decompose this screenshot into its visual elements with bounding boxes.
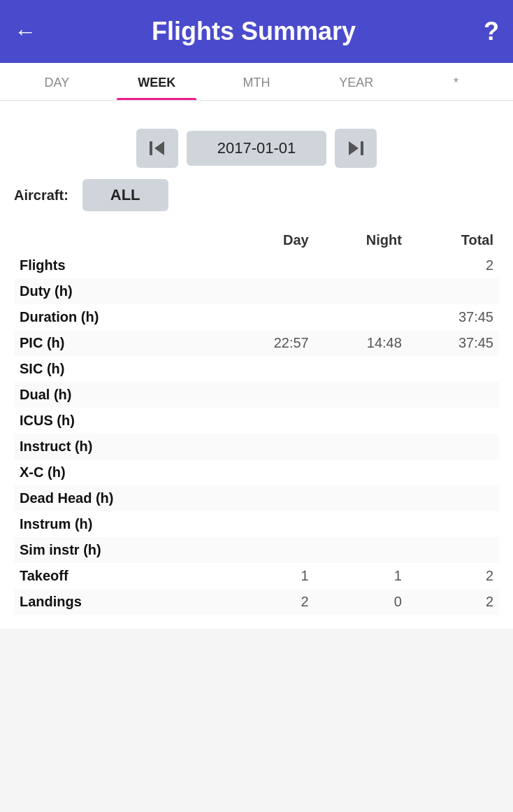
row-total [407,278,499,304]
table-row: Dead Head (h) [14,485,499,511]
back-button[interactable]: ← [14,19,36,45]
row-day [223,278,315,304]
row-night: 1 [315,563,407,589]
table-row: SIC (h) [14,356,499,382]
tab-year[interactable]: YEAR [306,63,406,100]
row-day: 2 [223,589,315,615]
row-day [223,511,315,537]
table-row: Flights2 [14,252,499,278]
row-label: Takeoff [14,563,223,589]
row-day [223,408,315,434]
table-row: Landings202 [14,589,499,615]
svg-marker-1 [154,141,164,155]
row-night [315,278,407,304]
next-date-button[interactable] [335,129,377,168]
row-label: X-C (h) [14,460,223,485]
table-row: Instrum (h) [14,511,499,537]
row-label: Instrum (h) [14,511,223,537]
table-row: Dual (h) [14,382,499,408]
table-row: Takeoff112 [14,563,499,589]
period-tabs: DAYWEEKMTHYEAR* [0,63,513,101]
row-day [223,252,315,278]
row-night [315,252,407,278]
row-total [407,434,499,460]
row-label: Dead Head (h) [14,485,223,511]
row-total: 2 [407,563,499,589]
row-night [315,434,407,460]
prev-date-button[interactable] [136,129,178,168]
col-header-day: Day [223,228,315,252]
row-day: 22:57 [223,330,315,356]
row-day [223,460,315,485]
row-day [223,537,315,563]
row-day [223,356,315,382]
row-label: Duration (h) [14,304,223,330]
row-night [315,485,407,511]
row-day: 1 [223,563,315,589]
row-label: SIC (h) [14,356,223,382]
row-total: 37:45 [407,330,499,356]
app-header: ← Flights Summary ? [0,0,513,63]
table-row: ICUS (h) [14,408,499,434]
table-row: Duty (h) [14,278,499,304]
tab-mth[interactable]: MTH [207,63,307,100]
table-row: PIC (h)22:5714:4837:45 [14,330,499,356]
page-title: Flights Summary [36,17,471,46]
row-label: PIC (h) [14,330,223,356]
row-night: 14:48 [315,330,407,356]
row-night [315,537,407,563]
row-label: Duty (h) [14,278,223,304]
row-night [315,460,407,485]
row-night [315,511,407,537]
row-night [315,408,407,434]
svg-rect-0 [150,141,152,155]
row-total [407,485,499,511]
row-total [407,537,499,563]
row-day [223,434,315,460]
table-header-row: Day Night Total [14,228,499,252]
tab-day[interactable]: DAY [7,63,107,100]
row-total [407,382,499,408]
tab-*[interactable]: * [406,63,506,100]
col-header-label [14,228,223,252]
date-navigation: 2017-01-01 [14,129,499,168]
table-row: Duration (h)37:45 [14,304,499,330]
row-total [407,356,499,382]
row-day [223,382,315,408]
row-label: Flights [14,252,223,278]
table-row: Instruct (h) [14,434,499,460]
row-total [407,460,499,485]
aircraft-selector[interactable]: ALL [82,179,168,211]
svg-rect-2 [361,141,363,155]
main-content: 2017-01-01 Aircraft: ALL Day Night Total… [0,101,513,629]
row-night [315,356,407,382]
date-display[interactable]: 2017-01-01 [187,131,326,166]
row-night [315,304,407,330]
row-total [407,511,499,537]
row-total [407,408,499,434]
row-night: 0 [315,589,407,615]
row-night [315,382,407,408]
col-header-night: Night [315,228,407,252]
row-label: Dual (h) [14,382,223,408]
aircraft-row: Aircraft: ALL [14,179,499,211]
row-label: ICUS (h) [14,408,223,434]
row-label: Instruct (h) [14,434,223,460]
aircraft-label: Aircraft: [14,187,68,204]
tab-week[interactable]: WEEK [107,63,207,100]
row-day [223,485,315,511]
row-day [223,304,315,330]
table-row: X-C (h) [14,460,499,485]
row-total: 37:45 [407,304,499,330]
col-header-total: Total [407,228,499,252]
table-row: Sim instr (h) [14,537,499,563]
row-total: 2 [407,589,499,615]
row-total: 2 [407,252,499,278]
summary-table: Day Night Total Flights2Duty (h)Duration… [14,228,499,615]
row-label: Landings [14,589,223,615]
svg-marker-3 [349,141,359,155]
help-button[interactable]: ? [471,17,499,46]
row-label: Sim instr (h) [14,537,223,563]
